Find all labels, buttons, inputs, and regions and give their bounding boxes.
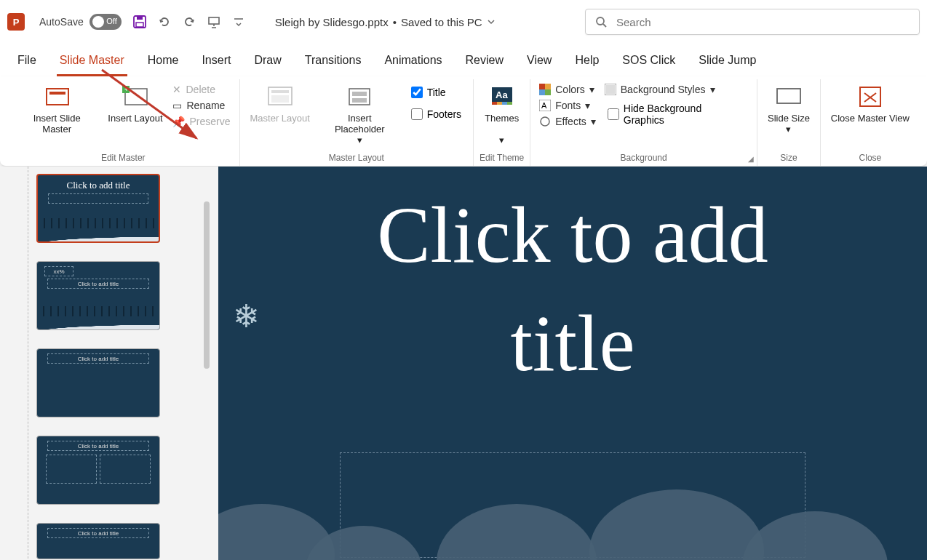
tab-slide-master[interactable]: Slide Master (57, 49, 127, 76)
tab-sos-click[interactable]: SOS Click (619, 49, 678, 76)
slide[interactable]: Click to add title Click to add subtitle… (218, 167, 927, 560)
svg-rect-22 (539, 84, 545, 89)
effects-icon (539, 116, 551, 127)
tab-transitions[interactable]: Transitions (302, 49, 365, 76)
preserve-button: 📌Preserve (172, 116, 230, 127)
document-title: Sleigh by Slidesgo.pptx • Saved to this … (275, 16, 496, 28)
svg-rect-24 (539, 89, 545, 95)
undo-icon[interactable] (157, 15, 172, 29)
rename-button[interactable]: ▭Rename (172, 100, 230, 111)
group-background: Colors ▾ AFonts ▾ Effects ▾ Background S… (530, 79, 757, 166)
snowflake-icon: ❄ (233, 297, 260, 335)
svg-rect-23 (545, 84, 551, 89)
insert-layout-button[interactable]: + Insert Layout (103, 79, 167, 127)
cloud-decoration (218, 475, 927, 560)
group-label: Edit Master (101, 151, 146, 166)
search-input[interactable] (616, 16, 910, 28)
layout-thumb-4[interactable]: Click to add title (36, 436, 160, 505)
group-close: Close Master View Close (821, 79, 920, 166)
dialog-launcher-icon[interactable]: ◢ (748, 155, 754, 163)
scrollbar[interactable] (204, 201, 210, 369)
redo-icon[interactable] (182, 15, 196, 29)
ribbon: Insert Slide Master + Insert Layout ✕Del… (0, 76, 927, 167)
svg-rect-15 (352, 98, 367, 103)
colors-button[interactable]: Colors ▾ (539, 84, 596, 95)
search-icon (594, 15, 608, 28)
autosave-label: AutoSave (39, 16, 84, 28)
svg-point-4 (597, 17, 604, 25)
tab-review[interactable]: Review (463, 49, 506, 76)
themes-icon: Aa (488, 82, 517, 111)
svg-rect-25 (545, 89, 551, 95)
tab-slide-jump[interactable]: Slide Jump (696, 49, 759, 76)
svg-text:+: + (124, 85, 129, 93)
group-master-layout: Master Layout Insert Placeholder ▾ Title… (240, 79, 474, 166)
master-layout-button: Master Layout (246, 79, 314, 127)
title-checkbox[interactable]: Title (408, 84, 464, 101)
svg-point-28 (541, 117, 549, 126)
hide-bg-checkbox[interactable]: Hide Background Graphics (605, 100, 748, 129)
delete-button: ✕Delete (172, 84, 230, 95)
background-styles-button[interactable]: Background Styles ▾ (605, 84, 748, 95)
ribbon-tabs: File Slide Master Home Insert Draw Trans… (0, 44, 927, 76)
insert-slide-master-button[interactable]: Insert Slide Master (13, 79, 100, 137)
chevron-down-icon[interactable] (487, 17, 496, 26)
workspace: Click to add title xx% Click to add titl… (0, 167, 927, 560)
themes-button[interactable]: Aa Themes▾ (480, 79, 524, 148)
rename-icon: ▭ (172, 100, 182, 111)
group-edit-master: Insert Slide Master + Insert Layout ✕Del… (7, 79, 240, 166)
tab-animations[interactable]: Animations (381, 49, 445, 76)
layout-thumb-5[interactable]: Click to add title (36, 523, 160, 559)
tab-help[interactable]: Help (572, 49, 602, 76)
svg-rect-14 (352, 92, 367, 96)
thumbnail-panel[interactable]: Click to add title xx% Click to add titl… (0, 167, 218, 560)
delete-icon: ✕ (172, 84, 181, 95)
svg-rect-3 (209, 17, 219, 24)
svg-rect-1 (137, 16, 143, 20)
group-label: Master Layout (329, 151, 384, 166)
tab-view[interactable]: View (524, 49, 554, 76)
save-icon[interactable] (132, 15, 147, 29)
layout-thumb-2[interactable]: xx% Click to add title (36, 261, 160, 330)
svg-rect-20 (502, 102, 507, 105)
close-master-view-button[interactable]: Close Master View (827, 79, 914, 127)
footers-checkbox[interactable]: Footers (408, 105, 464, 123)
app-icon: P (7, 13, 25, 31)
svg-rect-6 (49, 92, 65, 95)
tab-draw[interactable]: Draw (251, 49, 284, 76)
qat-more-icon[interactable] (231, 15, 246, 29)
slide-size-button[interactable]: Slide Size ▾ (763, 79, 814, 137)
svg-rect-21 (507, 102, 512, 105)
svg-rect-31 (777, 89, 800, 103)
fonts-icon: A (539, 100, 551, 111)
title-bar: P AutoSave Off Sleigh by Slidesgo.pptx •… (0, 0, 927, 44)
fonts-button[interactable]: AFonts ▾ (539, 100, 596, 111)
slide-master-icon (42, 82, 71, 111)
present-icon[interactable] (207, 15, 221, 29)
svg-text:A: A (541, 101, 547, 110)
tab-file[interactable]: File (15, 49, 39, 76)
search-box[interactable] (585, 9, 920, 35)
layout-thumb-1[interactable]: Click to add title (36, 174, 160, 243)
tab-home[interactable]: Home (145, 49, 182, 76)
layout-thumb-3[interactable]: Click to add title (36, 348, 160, 417)
slide-size-icon (774, 82, 803, 111)
tree-line (28, 167, 28, 560)
effects-button[interactable]: Effects ▾ (539, 116, 596, 127)
svg-rect-19 (497, 102, 502, 105)
quick-access-toolbar (132, 15, 246, 29)
bg-styles-icon (605, 84, 616, 95)
autosave-toggle[interactable]: AutoSave Off (39, 14, 122, 30)
svg-rect-18 (492, 102, 497, 105)
group-label: Close (859, 151, 882, 166)
toggle-switch[interactable]: Off (89, 14, 122, 30)
svg-rect-2 (136, 23, 143, 27)
colors-icon (539, 84, 551, 95)
group-label: Background (621, 151, 667, 166)
insert-placeholder-button[interactable]: Insert Placeholder ▾ (317, 79, 402, 148)
svg-rect-11 (271, 90, 289, 93)
layout-icon: + (121, 82, 150, 111)
tab-insert[interactable]: Insert (199, 49, 234, 76)
group-label: Edit Theme (480, 151, 524, 166)
slide-canvas[interactable]: Click to add title Click to add subtitle… (218, 167, 927, 560)
